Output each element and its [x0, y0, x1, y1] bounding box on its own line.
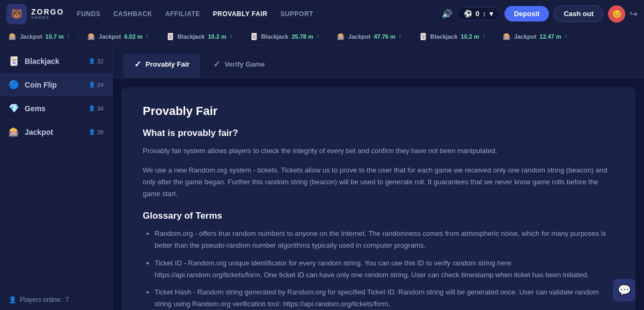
glossary-list: Random.org - offers true random numbers …: [143, 228, 614, 310]
ticker-icon: 🃏: [166, 33, 174, 40]
ticker-icon: 🎰: [503, 33, 511, 40]
ticker-arrow: ↑: [317, 33, 319, 39]
logout-button[interactable]: ↪: [630, 8, 638, 20]
ticker-arrow: ↑: [482, 33, 485, 39]
nav-provably-fair[interactable]: PROVABLY FAIR: [213, 10, 268, 18]
ticker-icon: 🎰: [337, 33, 345, 40]
sound-button[interactable]: 🔊: [442, 9, 452, 19]
ticker-label: Jackpot: [514, 33, 537, 40]
ticker-value: 47.76 m: [374, 33, 395, 40]
sidebar-badge: 👤 24: [89, 82, 104, 88]
sidebar-game-icon: 🎰: [9, 127, 19, 137]
sidebar-items: 🃏 Blackjack 👤 32 🔵 Coin Flip 👤 24 💎 Gems: [0, 49, 112, 144]
sidebar-game-icon: 🃏: [9, 56, 19, 66]
ticker-value: 10.7 m: [46, 33, 64, 40]
sidebar-item-label: Gems: [25, 104, 46, 113]
main-nav: FUNDS CASHBACK AFFILIATE PROVABLY FAIR S…: [77, 10, 437, 18]
ticker-label: Blackjack: [178, 33, 205, 40]
logo-icon: 🐻: [6, 4, 27, 24]
ticker-label: Blackjack: [261, 33, 289, 40]
ticker-arrow: ↑: [230, 33, 232, 39]
players-badge-icon: 👤: [89, 129, 95, 135]
sidebar-game-icon: 🔵: [9, 80, 19, 90]
players-online-count: 7: [65, 296, 69, 304]
tabs-container: ✓ Provably Fair ✓ Verify Game: [123, 54, 276, 78]
sidebar-item-label: Blackjack: [25, 57, 60, 66]
sidebar-item-blackjack[interactable]: 🃏 Blackjack 👤 32: [0, 49, 112, 73]
ticker-arrow: ↑: [399, 33, 401, 39]
sidebar-badge: 👤 34: [89, 105, 104, 112]
players-count: 32: [97, 58, 104, 64]
players-badge-icon: 👤: [89, 105, 95, 111]
nav-cashback[interactable]: CASHBACK: [113, 10, 152, 18]
balance-chevron[interactable]: ▾: [489, 10, 493, 18]
ticker-value: 10.2 m: [208, 33, 226, 40]
ticker-value: 12.47 m: [539, 33, 561, 40]
ticker-label: Blackjack: [430, 33, 458, 40]
balance-display: ⚽ 0 ↕ ▾: [457, 7, 500, 20]
ticker-value: 6.02 m: [124, 33, 142, 40]
logo-text: ZORGO GAMES: [31, 8, 64, 20]
ticker-item: 🃏 Blackjack 10.2 m ↑: [411, 33, 494, 40]
deposit-button[interactable]: Deposit: [504, 6, 550, 21]
players-online: 👤 Players online: 7: [0, 290, 112, 310]
ticker-arrow: ↑: [565, 33, 567, 39]
sidebar-game-icon: 💎: [9, 103, 19, 113]
logo[interactable]: 🐻 ZORGO GAMES: [6, 4, 64, 24]
content-area: Provably Fair What is provably fair? Pro…: [121, 87, 635, 310]
glossary-item: Ticket ID - Random.org unique identifica…: [155, 257, 614, 281]
sidebar-item-left: 🔵 Coin Flip: [9, 80, 57, 90]
random-org-text: We use a new Random.org system - tickets…: [143, 164, 614, 200]
sidebar-item-coin-flip[interactable]: 🔵 Coin Flip 👤 24: [0, 73, 112, 97]
ticker-bar: 🎰 Jackpot 10.7 m ↑ 🎰 Jackpot 6.02 m ↑ 🃏 …: [0, 28, 644, 45]
avatar[interactable]: 😊: [608, 5, 625, 23]
ticker-label: Jackpot: [20, 33, 42, 40]
players-badge-icon: 👤: [89, 58, 95, 64]
tab-icon: ✓: [134, 59, 141, 69]
nav-affiliate[interactable]: AFFILIATE: [165, 10, 200, 18]
ticker-value: 10.2 m: [461, 33, 479, 40]
sidebar-item-left: 💎 Gems: [9, 103, 46, 113]
ticker-arrow: ↑: [146, 33, 149, 39]
header: 🐻 ZORGO GAMES FUNDS CASHBACK AFFILIATE P…: [0, 0, 644, 28]
ticker-arrow: ↑: [67, 33, 70, 39]
header-right: 🔊 ⚽ 0 ↕ ▾ Deposit Cash out 😊 ↪: [442, 5, 638, 23]
ticker-label: Jackpot: [99, 33, 121, 40]
tabs-bar: ✓ Provably Fair ✓ Verify Game: [113, 45, 644, 78]
tab-verify-game[interactable]: ✓ Verify Game: [202, 54, 275, 78]
glossary-item: Random.org - offers true random numbers …: [155, 228, 614, 251]
main-content: ✓ Provably Fair ✓ Verify Game Provably F…: [113, 45, 644, 310]
ticker-value: 25.78 m: [291, 33, 313, 40]
players-count: 24: [97, 82, 104, 88]
players-online-label: Players online:: [20, 296, 62, 304]
sidebar-item-gems[interactable]: 💎 Gems 👤 34: [0, 97, 112, 120]
nav-support[interactable]: SUPPORT: [280, 10, 313, 18]
sidebar-item-left: 🎰 Jackpot: [9, 127, 53, 137]
balance-value: 0: [475, 10, 479, 18]
content-title: Provably Fair: [143, 104, 614, 118]
logo-subtitle: GAMES: [31, 16, 64, 20]
ticker-item: 🎰 Jackpot 47.76 m ↑: [328, 33, 411, 40]
sidebar: 🃏 Blackjack 👤 32 🔵 Coin Flip 👤 24 💎 Gems: [0, 45, 113, 310]
sidebar-item-label: Coin Flip: [25, 81, 57, 89]
ticker-items: 🎰 Jackpot 10.7 m ↑ 🎰 Jackpot 6.02 m ↑ 🃏 …: [0, 33, 576, 40]
cashout-button[interactable]: Cash out: [553, 5, 604, 22]
ticker-item: 🎰 Jackpot 6.02 m ↑: [79, 33, 158, 40]
ticker-icon: 🎰: [87, 33, 96, 40]
players-badge-icon: 👤: [89, 82, 95, 88]
what-is-text: Provably fair system allows players to c…: [143, 145, 614, 157]
nav-funds[interactable]: FUNDS: [77, 10, 100, 18]
body: 🃏 Blackjack 👤 32 🔵 Coin Flip 👤 24 💎 Gems: [0, 45, 644, 310]
glossary-item: Ticket Hash - Random string generated by…: [155, 286, 614, 310]
ticker-label: Jackpot: [348, 33, 371, 40]
tab-icon: ✓: [213, 59, 220, 69]
tab-provably-fair[interactable]: ✓ Provably Fair: [123, 54, 200, 78]
chat-button[interactable]: 💬: [613, 279, 635, 301]
ticker-icon: 🎰: [9, 33, 17, 40]
ticker-icon: 🃏: [419, 33, 427, 40]
players-count: 28: [97, 129, 104, 135]
sidebar-badge: 👤 32: [89, 58, 104, 64]
sidebar-item-jackpot[interactable]: 🎰 Jackpot 👤 28: [0, 120, 112, 144]
players-icon: 👤: [9, 296, 17, 304]
logo-title: ZORGO: [31, 8, 64, 16]
